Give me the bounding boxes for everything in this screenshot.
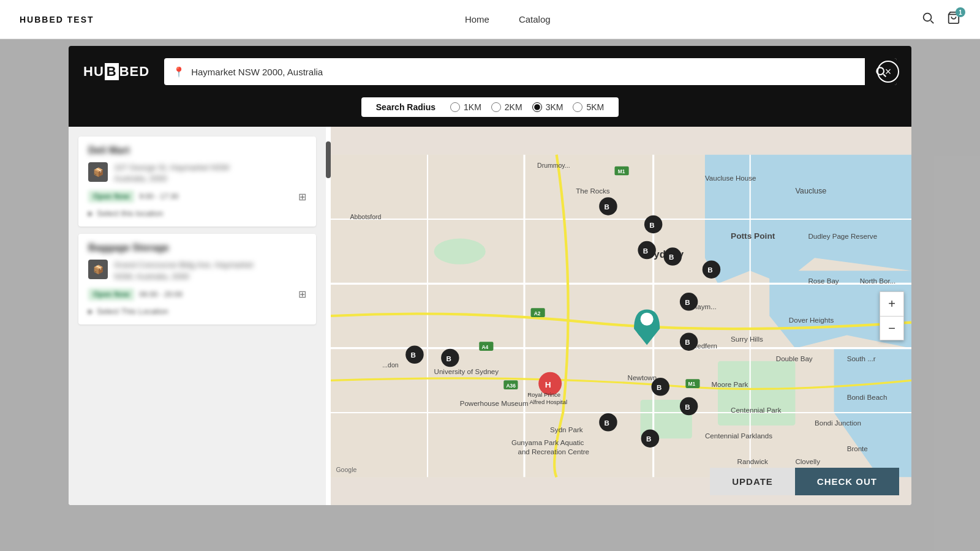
map-pin-1: B — [599, 197, 617, 215]
svg-text:A4: A4 — [481, 344, 488, 350]
svg-text:Vaucluse House: Vaucluse House — [705, 174, 756, 182]
search-input[interactable] — [191, 67, 865, 77]
svg-text:Moore Park: Moore Park — [711, 381, 748, 388]
map-pin-13: B — [599, 413, 617, 431]
svg-text:B: B — [707, 266, 712, 274]
nav-icons: 1 — [921, 11, 960, 28]
location-card-2-hours-time: 06:00 - 20:00 — [139, 290, 183, 299]
svg-text:Vaucluse: Vaucluse — [795, 187, 826, 195]
update-button[interactable]: UPDATE — [710, 468, 795, 495]
svg-text:A36: A36 — [507, 383, 516, 389]
svg-text:B: B — [646, 435, 651, 443]
location-card-1-select-button[interactable]: Select this location — [88, 209, 163, 218]
svg-text:and Recreation Centre: and Recreation Centre — [518, 448, 589, 455]
svg-text:Potts Point: Potts Point — [731, 231, 775, 241]
map-pin-14: B — [641, 429, 659, 447]
location-card-1-hours-badge: Open Now — [88, 190, 134, 203]
svg-text:Gunyama Park Aquatic: Gunyama Park Aquatic — [511, 439, 584, 446]
cart-button[interactable]: 1 — [947, 11, 960, 28]
map-pin-5: B — [703, 260, 720, 278]
nav-links: Home Catalog — [465, 14, 551, 24]
map-area: Vaucluse Vaucluse House Dudley Page Rese… — [331, 127, 911, 505]
svg-text:B: B — [685, 339, 690, 346]
svg-text:B: B — [605, 419, 609, 427]
svg-text:Centennial Park: Centennial Park — [731, 407, 782, 414]
location-sidebar: Deli Mart 📦 107 George St, Haymarket NSW… — [69, 127, 326, 505]
svg-point-90 — [641, 313, 654, 326]
svg-text:University of Sydney: University of Sydney — [434, 368, 499, 375]
nav-logo: HUBBED TEST — [20, 15, 94, 24]
map-pin-6: B — [680, 293, 698, 310]
svg-text:M1: M1 — [618, 168, 625, 174]
location-card-2-title: Baggage Storage — [88, 242, 306, 253]
svg-text:B: B — [685, 403, 690, 411]
map-pin-11: B — [652, 378, 669, 395]
location-card-1: Deli Mart 📦 107 George St, Haymarket NSW… — [78, 137, 316, 227]
svg-text:B: B — [685, 299, 690, 306]
nav-link-catalog[interactable]: Catalog — [519, 14, 551, 24]
svg-text:A2: A2 — [534, 310, 541, 317]
radius-option-5km[interactable]: 5KM — [573, 102, 604, 112]
radius-label: Search Radius — [376, 102, 435, 112]
svg-text:Powerhouse Museum: Powerhouse Museum — [460, 400, 529, 407]
svg-text:H: H — [545, 380, 551, 389]
svg-point-0 — [924, 13, 932, 21]
svg-text:...don: ...don — [382, 361, 398, 369]
map-pin-2: B — [644, 216, 662, 233]
svg-text:Alfred Hospital: Alfred Hospital — [529, 399, 567, 405]
radius-container: Search Radius 1KM 2KM 3KM 5KM — [361, 97, 619, 117]
svg-text:Sydn Park: Sydn Park — [550, 426, 583, 433]
hubbed-logo: HUBBED — [83, 63, 149, 80]
map-pin-4: B — [664, 247, 682, 265]
modal-body: Deli Mart 📦 107 George St, Haymarket NSW… — [69, 127, 911, 505]
svg-line-1 — [931, 21, 934, 24]
svg-text:M1: M1 — [688, 381, 696, 387]
location-icon: 📍 — [164, 66, 191, 78]
svg-text:The Rocks: The Rocks — [576, 187, 610, 195]
close-button[interactable]: × — [877, 61, 899, 83]
location-card-2-hours-badge: Open Now — [88, 288, 134, 301]
search-radius-bar: Search Radius 1KM 2KM 3KM 5KM — [69, 97, 911, 127]
hubbed-modal: HUBBED 📍 × Search Radius 1KM 2KM 3KM — [69, 46, 911, 505]
svg-point-8 — [434, 239, 486, 264]
radius-option-3km[interactable]: 3KM — [532, 102, 564, 112]
svg-text:Rose Bay: Rose Bay — [808, 277, 839, 285]
location-card-1-hours-more[interactable]: ⊞ — [298, 191, 306, 203]
zoom-in-button[interactable]: + — [880, 291, 904, 316]
search-bar: 📍 — [164, 58, 897, 85]
search-nav-button[interactable] — [921, 11, 935, 28]
svg-text:Surry Hills: Surry Hills — [731, 335, 763, 343]
svg-text:B: B — [649, 222, 654, 229]
svg-text:B: B — [447, 355, 451, 362]
map-pin-10: B — [441, 349, 459, 367]
location-card-1-address-row: 📦 107 George St, Haymarket NSW Australia… — [88, 162, 306, 184]
location-card-2-select-button[interactable]: Select This Location — [88, 307, 168, 316]
svg-rect-6 — [718, 361, 795, 425]
sidebar-scroll-indicator — [326, 141, 331, 178]
svg-text:B: B — [657, 384, 662, 391]
cart-badge: 1 — [956, 7, 965, 17]
location-card-1-hours-time: 9:00 - 17:30 — [139, 192, 178, 201]
svg-text:Royal Prince: Royal Prince — [527, 391, 560, 398]
svg-text:Newtown: Newtown — [628, 374, 657, 381]
top-nav: HUBBED TEST Home Catalog 1 — [0, 0, 980, 39]
svg-text:Abbotsford: Abbotsford — [350, 213, 382, 220]
svg-text:Bondi Beach: Bondi Beach — [847, 394, 888, 401]
zoom-out-button[interactable]: − — [880, 316, 904, 340]
radius-option-1km[interactable]: 1KM — [450, 102, 481, 112]
svg-text:South ...r: South ...r — [847, 355, 876, 362]
svg-text:B: B — [643, 247, 648, 255]
radius-option-2km[interactable]: 2KM — [491, 102, 522, 112]
map-pin-12: B — [680, 397, 698, 415]
modal-header: HUBBED 📍 × — [69, 46, 911, 97]
location-card-2-hours-more[interactable]: ⊞ — [298, 288, 306, 300]
location-card-2-address: Grand Concourse Bldg Ave, Haymarket NSW,… — [114, 260, 253, 282]
map-controls: + − — [880, 291, 904, 340]
nav-link-home[interactable]: Home — [465, 14, 489, 24]
svg-text:Google: Google — [336, 466, 356, 473]
checkout-button[interactable]: CHECK OUT — [795, 468, 899, 495]
svg-text:B: B — [605, 203, 609, 211]
location-card-2: Baggage Storage 📦 Grand Concourse Bldg A… — [78, 234, 316, 324]
map-svg: Vaucluse Vaucluse House Dudley Page Rese… — [331, 127, 911, 505]
svg-text:Dudley Page Reserve: Dudley Page Reserve — [808, 233, 877, 240]
